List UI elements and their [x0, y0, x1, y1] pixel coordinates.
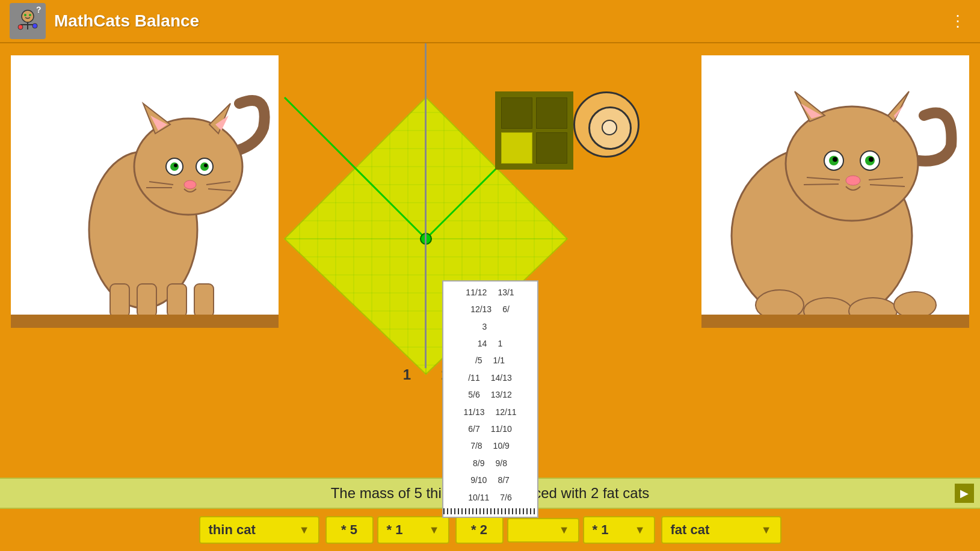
- dropdown-item[interactable]: 5/6: [466, 387, 482, 402]
- svg-text:?: ?: [36, 5, 42, 14]
- svg-rect-28: [137, 284, 156, 317]
- left-mult1[interactable]: * 5: [325, 516, 374, 544]
- dark-cell-1: [501, 97, 532, 129]
- dropdown-item[interactable]: 9/8: [493, 456, 510, 470]
- dropdown-item[interactable]: 3: [480, 319, 490, 334]
- dropdown-item[interactable]: 13/1: [495, 285, 516, 300]
- dropdown-item[interactable]: /11: [466, 371, 482, 385]
- dropdown-item[interactable]: 6/: [500, 302, 512, 316]
- bottom-panel: The mass of 5 thin cats is balanced with…: [0, 478, 980, 551]
- center-line: [425, 43, 427, 368]
- left-cat-dropdown-label: thin cat: [209, 522, 256, 538]
- message-arrow[interactable]: ▶: [955, 484, 974, 503]
- svg-line-46: [804, 184, 839, 185]
- dropdown-item[interactable]: /5: [473, 353, 485, 368]
- dropdown-item[interactable]: [495, 319, 500, 334]
- svg-point-43: [869, 157, 874, 162]
- dropdown-item[interactable]: 1/1: [491, 353, 507, 368]
- dropdown-item[interactable]: 11/13: [461, 405, 487, 419]
- dropdown-item[interactable]: 7/8: [468, 439, 484, 453]
- dark-cell-3: [501, 132, 532, 164]
- left-cat-dropdown[interactable]: thin cat ▼: [199, 516, 319, 544]
- right-panel-base: [701, 315, 969, 328]
- right-cat-dropdown-arrow: ▼: [761, 524, 772, 537]
- svg-point-21: [204, 164, 208, 167]
- dropdown-item[interactable]: 14/13: [488, 371, 514, 385]
- svg-rect-30: [194, 284, 214, 317]
- right-mult1[interactable]: * 2: [455, 516, 504, 544]
- dropdown-item[interactable]: 14: [475, 336, 490, 351]
- app-title: MathCats Balance: [54, 11, 199, 31]
- svg-point-44: [846, 176, 860, 185]
- svg-rect-27: [110, 284, 129, 317]
- right-mult2-arrow: ▼: [635, 524, 646, 537]
- svg-point-33: [786, 106, 918, 221]
- dropdown-item[interactable]: 1: [495, 336, 505, 351]
- dark-cell-4: [536, 132, 567, 164]
- left-panel-base: [11, 315, 279, 328]
- svg-rect-29: [167, 284, 186, 317]
- dropdown-item[interactable]: 12/11: [493, 405, 519, 419]
- dropdown-item[interactable]: 9/10: [468, 473, 489, 487]
- left-multiplier-group: * 5 * 1 ▼: [325, 516, 449, 544]
- right-mult1-dropdown[interactable]: ▼: [507, 518, 579, 543]
- controls-row: thin cat ▼ * 5 * 1 ▼ 11/12 13/1 12/13 6/: [0, 509, 980, 551]
- header: ? MathCats Balance ⋮: [0, 0, 980, 43]
- right-cat-dropdown-label: fat cat: [671, 522, 710, 538]
- menu-icon[interactable]: ⋮: [945, 7, 970, 35]
- right-mult2-dropdown[interactable]: * 1 ▼: [583, 516, 655, 544]
- dropdown-item[interactable]: 13/12: [488, 387, 514, 402]
- dark-cell-2: [536, 97, 567, 129]
- right-cat-panel: [701, 55, 969, 317]
- svg-point-3: [29, 14, 31, 16]
- right-mult2-label: * 1: [593, 522, 609, 538]
- dropdown-item[interactable]: 10/11: [466, 490, 492, 505]
- dropdown-item[interactable]: 8/9: [470, 456, 487, 470]
- left-cat-dropdown-arrow: ▼: [299, 524, 310, 537]
- left-cat-panel: [11, 55, 279, 317]
- center-dropdown[interactable]: 11/12 13/1 12/13 6/ 3 14 1 /5 1/1: [442, 280, 538, 518]
- dropdown-item[interactable]: 10/9: [491, 439, 512, 453]
- svg-point-52: [894, 292, 936, 317]
- svg-point-2: [24, 14, 26, 16]
- main-area: 1 1 The mass of 5 thin cats is balanced …: [0, 43, 980, 551]
- left-mult2-label: * 1: [387, 522, 403, 538]
- svg-point-6: [18, 25, 23, 29]
- right-mult1-arrow: ▼: [559, 524, 570, 537]
- svg-point-1: [22, 10, 34, 22]
- svg-point-22: [184, 180, 196, 189]
- dropdown-item[interactable]: 11/10: [488, 422, 514, 436]
- balance-circle: [573, 91, 639, 158]
- app-logo: ?: [10, 3, 46, 39]
- right-cat-dropdown[interactable]: fat cat ▼: [661, 516, 781, 544]
- dropdown-item[interactable]: 7/6: [498, 490, 514, 505]
- dropdown-item[interactable]: 11/12: [463, 285, 489, 300]
- dropdown-item[interactable]: 8/7: [495, 473, 511, 487]
- dark-square: [495, 91, 573, 170]
- svg-point-11: [134, 119, 242, 215]
- dropdown-item[interactable]: 6/7: [466, 422, 482, 436]
- right-multiplier-group: * 2 ▼ * 1 ▼: [455, 516, 655, 544]
- left-balance-number: 1: [403, 366, 411, 383]
- svg-point-7: [32, 23, 37, 28]
- dropdown-scrollbar[interactable]: [443, 508, 537, 514]
- left-mult2-dropdown[interactable]: * 1 ▼: [377, 516, 449, 544]
- left-mult2-arrow: ▼: [429, 524, 440, 537]
- svg-point-20: [174, 164, 177, 167]
- svg-point-42: [833, 157, 837, 162]
- svg-point-49: [756, 290, 804, 317]
- dropdown-item[interactable]: 12/13: [468, 302, 494, 316]
